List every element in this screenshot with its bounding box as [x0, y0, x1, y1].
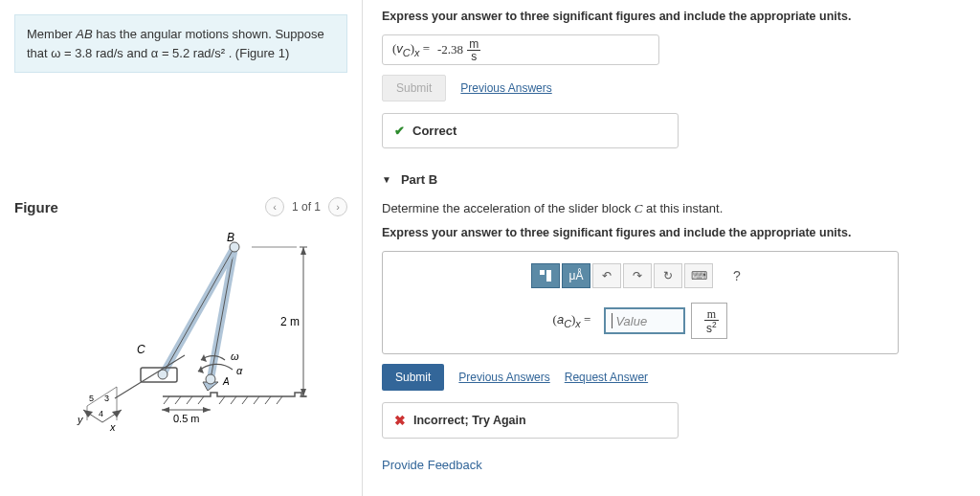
part-a-value: -2.38: [437, 42, 463, 57]
svg-marker-34: [162, 407, 169, 413]
part-a-previous-answers-link[interactable]: Previous Answers: [460, 81, 551, 95]
svg-rect-49: [540, 270, 545, 275]
part-b-expr-label: (aC)x =: [553, 312, 591, 329]
part-b-feedback-incorrect: ✖ Incorrect; Try Again: [382, 402, 679, 439]
svg-line-7: [254, 396, 259, 404]
svg-line-3: [198, 396, 204, 404]
svg-line-9: [277, 396, 282, 404]
toolbar-redo-button[interactable]: ↷: [623, 263, 652, 288]
svg-line-0: [164, 396, 169, 404]
svg-line-4: [219, 396, 225, 404]
check-icon: ✔: [394, 124, 405, 138]
toolbar-help-button[interactable]: ?: [724, 263, 749, 288]
svg-text:α: α: [236, 365, 243, 376]
svg-line-18: [115, 355, 185, 398]
part-a-submit-button: Submit: [382, 75, 446, 101]
part-b-question: Determine the acceleration of the slider…: [382, 201, 961, 216]
svg-text:y: y: [77, 414, 84, 425]
svg-point-14: [206, 374, 215, 384]
part-a-feedback-correct: ✔ Correct: [382, 113, 679, 148]
svg-text:4: 4: [99, 409, 103, 418]
part-b-submit-button[interactable]: Submit: [382, 364, 444, 391]
figure-title: Figure: [14, 199, 58, 215]
part-b-instruction: Express your answer to three significant…: [382, 226, 961, 239]
figure-next-button[interactable]: ›: [328, 197, 347, 216]
svg-text:3: 3: [104, 394, 109, 403]
equation-toolbar: μÅ ↶ ↷ ↻ ⌨ ?: [402, 263, 879, 288]
svg-line-1: [175, 396, 181, 404]
svg-marker-29: [301, 247, 306, 255]
svg-text:A: A: [222, 376, 230, 387]
svg-line-6: [242, 396, 248, 404]
svg-marker-38: [83, 410, 93, 417]
collapse-icon: ▼: [382, 174, 391, 185]
toolbar-keyboard-button[interactable]: ⌨: [684, 263, 713, 288]
svg-rect-50: [546, 270, 551, 282]
svg-text:x: x: [109, 421, 116, 433]
svg-text:B: B: [227, 231, 234, 244]
svg-marker-35: [203, 407, 211, 413]
part-b-unit-box[interactable]: ms2: [691, 303, 727, 339]
alpha-val: α = 5.2 rad/s²: [151, 46, 225, 60]
svg-line-8: [265, 396, 271, 404]
svg-text:C: C: [137, 343, 145, 356]
part-a-expr-label: (vC)x =: [392, 41, 430, 58]
part-b-input-area: μÅ ↶ ↷ ↻ ⌨ ? (aC)x = Value ms2: [382, 251, 899, 354]
svg-line-2: [187, 396, 192, 404]
toolbar-templates-button[interactable]: [531, 263, 560, 288]
part-b-header[interactable]: ▼ Part B: [382, 172, 961, 187]
svg-text:0.5 m: 0.5 m: [173, 413, 200, 424]
part-b-value-input[interactable]: Value: [604, 307, 685, 334]
var-ab: AB: [76, 27, 92, 41]
svg-marker-24: [198, 366, 204, 373]
figure-diagram: C B A ω α 2 m 0.5 m y x: [14, 226, 347, 449]
figure-nav-counter: 1 of 1: [292, 200, 321, 214]
problem-statement: Member AB has the angular motions shown.…: [14, 14, 347, 73]
part-b-request-answer-link[interactable]: Request Answer: [565, 371, 648, 384]
svg-text:5: 5: [89, 394, 94, 403]
figure-prev-button[interactable]: ‹: [265, 197, 284, 216]
toolbar-reset-button[interactable]: ↻: [654, 263, 682, 288]
x-icon: ✖: [394, 413, 406, 428]
provide-feedback-link[interactable]: Provide Feedback: [382, 458, 961, 472]
omega-val: ω = 3.8 rad/s: [51, 46, 123, 60]
svg-line-5: [231, 396, 236, 404]
svg-marker-22: [201, 354, 207, 362]
part-a-answer-display: (vC)x = -2.38 ms: [382, 34, 659, 65]
toolbar-undo-button[interactable]: ↶: [592, 263, 621, 288]
toolbar-units-button[interactable]: μÅ: [562, 263, 590, 288]
part-b-previous-answers-link[interactable]: Previous Answers: [458, 371, 549, 384]
svg-text:ω: ω: [231, 350, 239, 362]
svg-text:2 m: 2 m: [280, 315, 300, 328]
part-a-instruction: Express your answer to three significant…: [382, 10, 961, 23]
